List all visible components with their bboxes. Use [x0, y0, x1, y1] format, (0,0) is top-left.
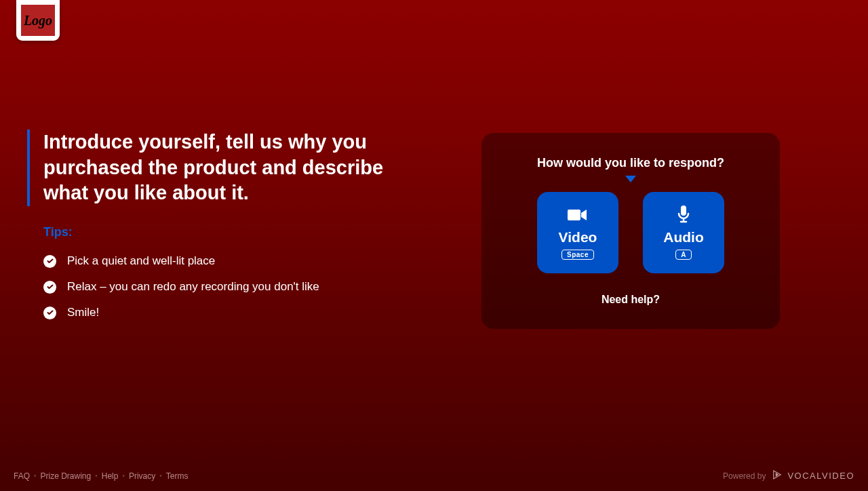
tips-label: Tips:	[27, 225, 407, 239]
check-circle-icon	[43, 255, 56, 268]
logo-container: Logo	[16, 0, 60, 41]
response-card: How would you like to respond? Video Spa…	[481, 133, 780, 329]
need-help-link[interactable]: Need help?	[601, 294, 660, 306]
tips-item: Pick a quiet and well-lit place	[43, 254, 407, 268]
respond-title: How would you like to respond?	[502, 156, 760, 170]
footer-link-help[interactable]: Help	[102, 471, 119, 481]
svg-rect-0	[568, 210, 580, 220]
audio-button[interactable]: Audio A	[643, 192, 724, 273]
chevron-down-icon	[625, 176, 636, 182]
footer-link-faq[interactable]: FAQ	[14, 471, 30, 481]
separator: •	[122, 472, 125, 479]
tips-item: Smile!	[43, 306, 407, 319]
separator: •	[159, 472, 162, 479]
video-key-hint: Space	[561, 250, 594, 260]
vocalvideo-brand-text: VOCALVIDEO	[787, 471, 854, 481]
main-content: Introduce yourself, tell us why you purc…	[0, 0, 868, 461]
audio-key-hint: A	[675, 250, 692, 260]
powered-by-label: Powered by	[723, 471, 766, 481]
audio-button-label: Audio	[663, 229, 703, 246]
response-buttons: Video Space Audio A	[502, 192, 760, 273]
footer-link-prize[interactable]: Prize Drawing	[41, 471, 92, 481]
instructions-panel: Introduce yourself, tell us why you purc…	[27, 130, 407, 332]
video-button[interactable]: Video Space	[537, 192, 618, 273]
svg-rect-1	[681, 205, 686, 216]
tips-item-text: Smile!	[67, 306, 99, 319]
tips-list: Pick a quiet and well-lit place Relax – …	[27, 254, 407, 319]
footer-link-privacy[interactable]: Privacy	[129, 471, 155, 481]
play-icon	[771, 469, 783, 483]
prompt-heading: Introduce yourself, tell us why you purc…	[43, 130, 407, 206]
footer-powered: Powered by VOCALVIDEO	[723, 469, 854, 483]
footer-link-terms[interactable]: Terms	[166, 471, 189, 481]
check-circle-icon	[43, 281, 56, 294]
tips-item: Relax – you can redo any recording you d…	[43, 280, 407, 294]
check-circle-icon	[43, 307, 56, 319]
tips-item-text: Relax – you can redo any recording you d…	[67, 280, 319, 294]
tips-item-text: Pick a quiet and well-lit place	[67, 254, 215, 268]
brand-logo: Logo	[21, 5, 55, 36]
separator: •	[34, 472, 37, 479]
separator: •	[95, 472, 98, 479]
prompt-block: Introduce yourself, tell us why you purc…	[27, 130, 407, 206]
footer: FAQ • Prize Drawing • Help • Privacy • T…	[0, 460, 868, 491]
video-button-label: Video	[559, 229, 597, 246]
vocalvideo-logo-link[interactable]: VOCALVIDEO	[771, 469, 854, 483]
microphone-icon	[677, 205, 690, 225]
video-camera-icon	[568, 205, 588, 225]
footer-nav: FAQ • Prize Drawing • Help • Privacy • T…	[14, 471, 188, 481]
